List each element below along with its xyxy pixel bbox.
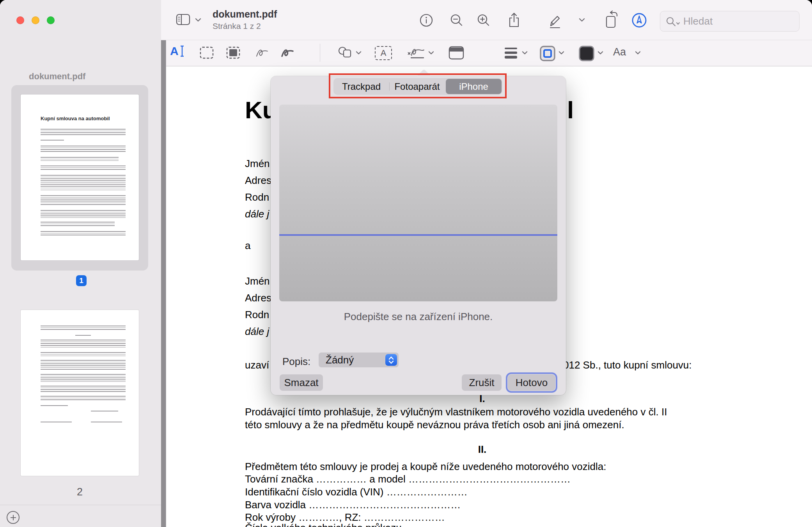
doc-section-number: II. [245,443,720,456]
page1-thumbnail[interactable]: Kupní smlouva na automobil [21,94,139,260]
info-button[interactable] [418,12,434,28]
note-tool-button[interactable] [448,46,465,60]
border-color-button[interactable] [539,45,556,62]
signature-icon [406,45,426,60]
signature-chevron[interactable] [428,51,434,55]
doc-line: Jmén [245,275,270,287]
search-scope-chevron[interactable] [676,22,680,25]
sidebar-document-name: dokument.pdf [29,71,85,82]
zoom-window-button[interactable] [47,16,55,24]
doc-line: uzaví [245,359,269,371]
add-page-button[interactable] [7,511,20,524]
doc-line: dále j [245,326,269,338]
zoom-in-icon [476,12,491,28]
border-color-chevron[interactable] [558,51,564,55]
chevron-down-icon [558,51,564,55]
search-icon [665,16,677,27]
delete-button[interactable]: Smazat [280,374,323,391]
close-window-button[interactable] [16,16,24,24]
signature-tool-button[interactable] [406,45,426,60]
redact-icon [226,46,241,59]
cancel-button[interactable]: Zrušit [462,374,502,391]
sidebar-mode-chevron[interactable] [195,18,201,22]
info-icon [418,12,434,28]
minimize-window-button[interactable] [32,16,39,24]
markup-pen-icon [546,12,563,29]
sidebar-footer-divider [0,505,166,505]
share-button[interactable] [506,12,522,29]
markup-chevron[interactable] [579,18,585,22]
line-weight-chevron[interactable] [522,51,528,55]
font-style-chevron[interactable] [635,51,641,55]
text-selection-tool-button[interactable]: A [170,45,185,58]
sidebar-toggle-button[interactable] [176,13,191,26]
dashed-selection-icon [199,46,214,59]
doc-line: Jmén [245,158,270,170]
chevron-down-icon [597,51,603,55]
plus-icon [10,514,17,521]
rect-selection-tool-button[interactable] [199,46,214,59]
rotate-icon [602,10,620,30]
thumbnail-sidebar: dokument.pdf Kupní smlouva na automobil … [0,40,161,527]
signature-canvas[interactable] [279,105,557,301]
page2-thumbnail[interactable] [21,310,139,476]
pen-nib-circle-icon [631,12,647,28]
sidebar-scrollbar[interactable] [161,40,166,527]
preview-window: dokument.pdf Stránka 1 z 2 [0,0,812,527]
title-bar: dokument.pdf Stránka 1 z 2 [0,0,812,40]
doc-line: Rodn [245,309,269,321]
thumbnail-title: Kupní smlouva na automobil [41,116,126,121]
doc-line: této smlouvy a že na předmětu koupě nevá… [245,419,624,431]
chevron-down-icon [428,51,434,55]
fill-color-chevron[interactable] [597,51,603,55]
description-label: Popis: [282,356,310,368]
text-box-tool-button[interactable]: A [375,46,392,60]
zoom-out-button[interactable] [449,12,465,28]
doc-line: 012 Sb., tuto kupní smlouvu: [563,359,692,371]
annotation-highlight-box [329,73,507,98]
dropdown-stepper-icon [385,354,397,366]
font-style-button[interactable]: Aa [613,46,626,58]
page1-number-badge: 1 [76,275,87,286]
done-button[interactable]: Hotovo [508,374,555,391]
description-value: Žádný [319,354,354,366]
markup-button[interactable] [546,12,563,29]
sidebar-divider [166,40,166,527]
signature-baseline [279,234,557,236]
line-weight-button[interactable] [504,47,518,59]
zoom-out-icon [449,12,465,28]
doc-line: Tovární značka …………… a model ……………………………… [245,473,571,485]
search-input[interactable] [683,15,794,27]
sketch-tool-button[interactable] [255,46,269,59]
chevron-down-icon [579,18,585,22]
rotate-button[interactable] [602,10,620,30]
redact-tool-button[interactable] [226,46,241,59]
shapes-chevron[interactable] [356,51,362,55]
doc-line: Identifikační číslo vozidla (VIN) ………………… [245,486,468,498]
description-dropdown[interactable]: Žádný [319,353,399,367]
sketch-squiggle-icon [255,46,269,59]
chevron-down-icon [195,18,201,22]
fill-color-button[interactable] [578,45,595,62]
fill-sign-button[interactable] [631,12,647,28]
text-box-icon: A [375,46,392,60]
toolbar-divider [161,40,812,40]
draw-tool-button[interactable] [280,46,295,59]
zoom-in-button[interactable] [476,12,491,28]
window-title: dokument.pdf [213,9,277,20]
page2-number-label: 2 [21,486,139,498]
signature-popover: Trackpad Fotoaparát iPhone Podepište se … [271,76,566,395]
doc-line: Rodn [245,191,269,203]
shapes-tool-button[interactable] [337,45,353,59]
toolbar-group-divider [320,44,320,62]
draw-squiggle-icon [280,46,295,59]
note-icon [448,46,465,60]
page-indicator: Stránka 1 z 2 [213,21,261,31]
signature-hint: Podepište se na zařízení iPhone. [271,311,566,323]
chevron-down-icon [522,51,528,55]
doc-line: Barva vozidla ……………………………………… [245,499,461,511]
line-weight-icon [504,47,518,59]
doc-line: Čísla velkého technického průkazu [245,522,402,527]
search-field[interactable] [660,11,800,32]
chevron-down-icon [356,51,362,55]
